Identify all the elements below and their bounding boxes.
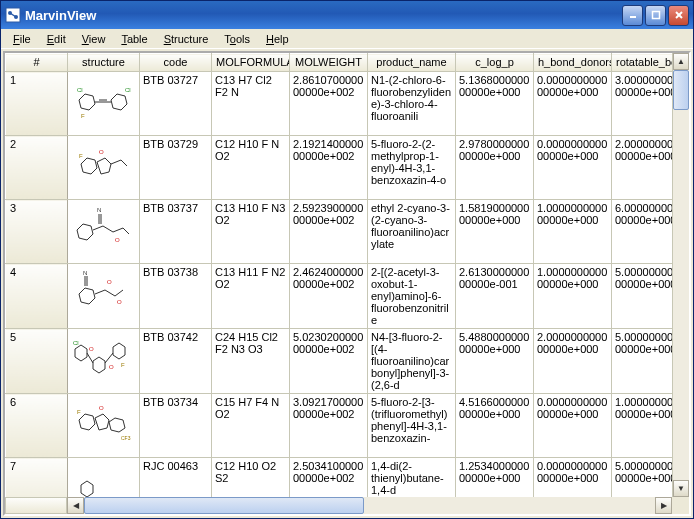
- scroll-left-button[interactable]: ◀: [67, 497, 84, 514]
- vscroll-thumb[interactable]: [673, 70, 689, 110]
- svg-text:Cl: Cl: [125, 87, 131, 93]
- molformula-cell: C13 H11 F N2 O2: [212, 264, 290, 329]
- structure-cell[interactable]: ClClF: [68, 72, 140, 136]
- row-number: 6: [6, 394, 68, 458]
- svg-text:Cl: Cl: [77, 87, 83, 93]
- structure-cell[interactable]: OOClF: [68, 329, 140, 394]
- molweight-cell: 2.462400000000000e+002: [290, 264, 368, 329]
- svg-text:N: N: [97, 207, 101, 213]
- structure-cell[interactable]: OCF3F: [68, 394, 140, 458]
- hscroll-thumb[interactable]: [84, 497, 364, 514]
- scroll-down-button[interactable]: ▼: [673, 480, 689, 497]
- hscroll-track[interactable]: [84, 497, 655, 514]
- svg-text:O: O: [99, 405, 104, 411]
- app-icon: [5, 7, 21, 23]
- svg-line-22: [93, 226, 103, 230]
- scroll-right-button[interactable]: ▶: [655, 497, 672, 514]
- rotatable-cell: 5.000000000000000e+000: [612, 329, 673, 394]
- hbonddonors-cell: 0.000000000000000e+000: [534, 136, 612, 200]
- col-molweight[interactable]: MOLWEIGHT: [290, 54, 368, 72]
- table-row[interactable]: 4 NOO BTB 03738 C13 H11 F N2 O2 2.462400…: [6, 264, 673, 329]
- structure-cell[interactable]: [68, 458, 140, 498]
- molformula-cell: C24 H15 Cl2 F2 N3 O3: [212, 329, 290, 394]
- svg-line-33: [115, 290, 123, 296]
- minimize-button[interactable]: [622, 5, 643, 26]
- table-row[interactable]: 7 RJC 00463 C12 H10 O2 S2 2.503410000000…: [6, 458, 673, 498]
- horizontal-scrollbar[interactable]: ◀ ▶: [5, 497, 689, 514]
- productname-cell: ethyl 2-cyano-3-(2-cyano-3-fluoroanilino…: [368, 200, 456, 264]
- molecule-icon: OOClF: [69, 333, 135, 389]
- hbonddonors-cell: 0.000000000000000e+000: [534, 458, 612, 498]
- molecule-icon: NOO: [69, 268, 135, 324]
- structure-cell[interactable]: OF: [68, 136, 140, 200]
- svg-marker-50: [109, 418, 125, 432]
- svg-line-24: [113, 228, 123, 232]
- structure-cell[interactable]: NO: [68, 200, 140, 264]
- data-grid[interactable]: # structure code MOLFORMULA MOLWEIGHT pr…: [5, 53, 672, 497]
- col-productname[interactable]: product_name: [368, 54, 456, 72]
- svg-line-42: [87, 353, 93, 363]
- col-code[interactable]: code: [140, 54, 212, 72]
- svg-marker-30: [79, 288, 95, 304]
- code-cell: BTB 03738: [140, 264, 212, 329]
- svg-line-23: [103, 226, 113, 232]
- vscroll-track[interactable]: [673, 70, 689, 480]
- table-row[interactable]: 3 NO BTB 03737 C13 H10 F N3 O2 2.5923900…: [6, 200, 673, 264]
- col-structure[interactable]: structure: [68, 54, 140, 72]
- col-clogp[interactable]: c_log_p: [456, 54, 534, 72]
- table-row[interactable]: 1 ClClF BTB 03727 C13 H7 Cl2 F2 N 2.8610…: [6, 72, 673, 136]
- productname-cell: N4-[3-fluoro-2-[(4-fluoroanilino)carbony…: [368, 329, 456, 394]
- menu-tools[interactable]: Tools: [216, 31, 258, 47]
- molweight-cell: 2.192140000000000e+002: [290, 136, 368, 200]
- close-button[interactable]: [668, 5, 689, 26]
- molecule-icon: [69, 459, 135, 497]
- svg-text:N: N: [83, 270, 87, 276]
- molweight-cell: 3.092170000000000e+002: [290, 394, 368, 458]
- molformula-cell: C12 H10 F N O2: [212, 136, 290, 200]
- clogp-cell: 5.136800000000000e+000: [456, 72, 534, 136]
- vertical-scrollbar[interactable]: ▲ ▼: [672, 53, 689, 497]
- svg-line-18: [121, 160, 127, 166]
- svg-marker-8: [79, 94, 95, 110]
- clogp-cell: 5.488000000000000e+000: [456, 329, 534, 394]
- svg-marker-48: [79, 414, 95, 430]
- rotatable-cell: 5.000000000000000e+000: [612, 264, 673, 329]
- svg-marker-39: [75, 345, 87, 361]
- svg-line-17: [111, 160, 121, 164]
- menu-table[interactable]: Table: [113, 31, 155, 47]
- col-molformula[interactable]: MOLFORMULA: [212, 54, 290, 72]
- col-rotatable[interactable]: rotatable_bo...: [612, 54, 673, 72]
- menu-structure[interactable]: Structure: [156, 31, 217, 47]
- content-area: # structure code MOLFORMULA MOLWEIGHT pr…: [3, 51, 691, 516]
- col-num[interactable]: #: [6, 54, 68, 72]
- rotatable-cell: 6.000000000000000e+000: [612, 200, 673, 264]
- header-row: # structure code MOLFORMULA MOLWEIGHT pr…: [6, 54, 673, 72]
- productname-cell: 2-[(2-acetyl-3-oxobut-1-enyl)amino]-6-fl…: [368, 264, 456, 329]
- menu-file[interactable]: File: [5, 31, 39, 47]
- table-row[interactable]: 5 OOClF BTB 03742 C24 H15 Cl2 F2 N3 O3 5…: [6, 329, 673, 394]
- svg-text:Cl: Cl: [73, 340, 79, 346]
- svg-text:O: O: [117, 299, 122, 305]
- svg-text:CF3: CF3: [121, 435, 131, 441]
- row-number: 5: [6, 329, 68, 394]
- svg-marker-54: [81, 481, 93, 497]
- menu-help[interactable]: Help: [258, 31, 297, 47]
- molecule-icon: ClClF: [69, 76, 135, 132]
- scroll-up-button[interactable]: ▲: [673, 53, 689, 70]
- table-row[interactable]: 2 OF BTB 03729 C12 H10 F N O2 2.19214000…: [6, 136, 673, 200]
- svg-text:O: O: [109, 364, 114, 370]
- clogp-cell: 1.581900000000000e+000: [456, 200, 534, 264]
- svg-line-25: [123, 228, 129, 234]
- svg-text:O: O: [99, 149, 104, 155]
- menu-edit[interactable]: Edit: [39, 31, 74, 47]
- menu-view[interactable]: View: [74, 31, 114, 47]
- code-cell: BTB 03742: [140, 329, 212, 394]
- svg-text:O: O: [89, 346, 94, 352]
- rotatable-cell: 1.000000000000000e+000: [612, 394, 673, 458]
- structure-cell[interactable]: NOO: [68, 264, 140, 329]
- col-hbonddonors[interactable]: h_bond_donors: [534, 54, 612, 72]
- table-row[interactable]: 6 OCF3F BTB 03734 C15 H7 F4 N O2 3.09217…: [6, 394, 673, 458]
- code-cell: BTB 03729: [140, 136, 212, 200]
- clogp-cell: 1.253400000000000e+000: [456, 458, 534, 498]
- maximize-button[interactable]: [645, 5, 666, 26]
